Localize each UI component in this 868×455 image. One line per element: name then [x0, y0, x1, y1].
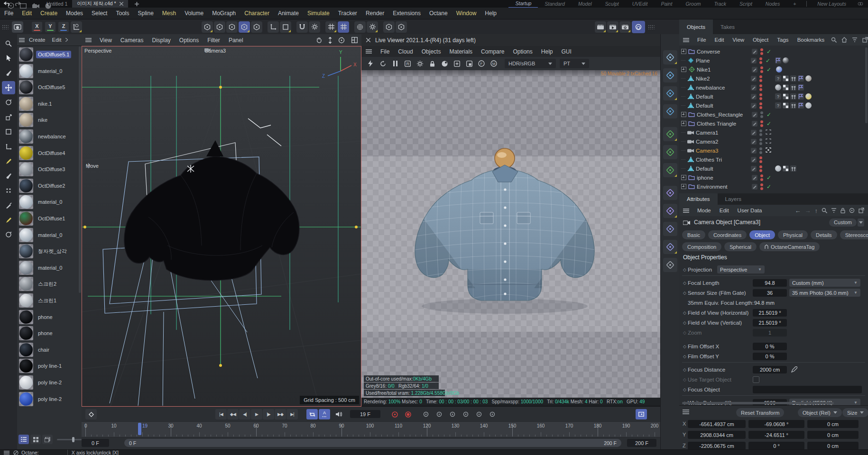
grid-snap-lock-button[interactable] [338, 21, 349, 33]
visibility-dot[interactable] [759, 88, 762, 91]
visibility-dot[interactable] [759, 147, 762, 150]
visibility-dots[interactable] [759, 156, 763, 163]
visibility-dot[interactable] [759, 138, 762, 141]
tab-objects[interactable]: Objects [679, 19, 713, 34]
compositing-tag[interactable] [798, 102, 804, 109]
layout-tab-model[interactable]: Model [572, 0, 599, 8]
visibility-dots[interactable] [759, 84, 763, 91]
viewport-menu-cameras[interactable]: Cameras [116, 37, 148, 44]
home-icon[interactable] [841, 37, 847, 43]
layout-tab-sculpt[interactable]: Sculpt [599, 0, 626, 8]
visibility-dot[interactable] [760, 52, 763, 55]
material-size-slider[interactable] [57, 439, 82, 440]
axis-modify-tool[interactable] [2, 140, 15, 153]
object-row[interactable]: Environment✓ [679, 182, 868, 191]
render-settings-button[interactable] [414, 58, 425, 69]
edit-toggle[interactable] [752, 67, 757, 73]
visibility-dots[interactable] [760, 66, 764, 73]
material-tag[interactable] [775, 84, 781, 91]
visibility-dot[interactable] [759, 84, 762, 87]
attr-tab-physical[interactable]: Physical [778, 230, 808, 239]
visibility-dot[interactable] [760, 115, 763, 118]
attr-tab-object[interactable]: Object [749, 230, 775, 239]
visibility-dot[interactable] [759, 79, 762, 82]
texture-tag[interactable] [783, 165, 789, 172]
nav-arrow-left[interactable]: ← [795, 207, 801, 214]
hamburger-icon[interactable] [683, 410, 689, 414]
rotation-x-field[interactable]: -69.0608 ° [748, 420, 804, 428]
toolbar-grip-right[interactable] [648, 25, 655, 29]
document-tab[interactable]: 이미지 제작.c4d * [72, 0, 128, 8]
material-item[interactable]: 청자켓_삼각 [19, 243, 79, 259]
object-row[interactable]: Camera1 [679, 128, 868, 137]
menu-spline[interactable]: Spline [133, 10, 157, 17]
close-icon[interactable] [120, 2, 123, 6]
menu-mograph[interactable]: MoGraph [208, 10, 240, 17]
objects-menu-view[interactable]: View [728, 37, 748, 43]
unit-dropdown[interactable]: Custom (mm)▼ [789, 279, 860, 287]
expand-toggle[interactable] [681, 49, 686, 54]
edit-toggle[interactable] [751, 148, 757, 154]
attr-tab-composition[interactable]: Composition [682, 242, 721, 251]
lock-resolution-button[interactable] [426, 58, 438, 69]
visibility-dot[interactable] [759, 133, 762, 136]
pen-tool[interactable] [2, 155, 15, 168]
normal-tag[interactable] [790, 75, 796, 82]
lv-menu-gui[interactable]: GUI [557, 48, 575, 55]
dolly-view-icon[interactable] [328, 37, 332, 44]
nav-arrow-up[interactable]: ↑ [815, 207, 818, 214]
attr-tab-details[interactable]: Details [811, 230, 837, 239]
menu-tools[interactable]: Tools [111, 10, 133, 17]
value-field[interactable]: 94.8 [753, 279, 787, 287]
search-icon[interactable] [822, 208, 827, 213]
hamburger-icon[interactable] [4, 451, 9, 455]
visibility-dot[interactable] [759, 156, 762, 159]
visibility-dots[interactable] [759, 138, 763, 145]
pick-material-button[interactable] [451, 58, 462, 69]
hamburger-icon[interactable] [19, 38, 25, 42]
display-mode-dropdown[interactable]: HDR/sRGB [505, 59, 556, 68]
unit-dropdown[interactable]: 35 mm Photo (36.0 mm)▼ [789, 289, 860, 297]
target-rings-button[interactable] [354, 21, 366, 33]
restart-render-button[interactable] [377, 58, 388, 69]
menu-character[interactable]: Character [240, 10, 274, 17]
hamburger-icon[interactable] [683, 38, 689, 42]
menu-render[interactable]: Render [361, 10, 388, 17]
phong-tag[interactable]: ? [775, 75, 781, 82]
edit-toggle[interactable] [751, 157, 757, 163]
region-render-button[interactable]: R [402, 58, 413, 69]
material-menu-create[interactable]: Create [27, 37, 48, 43]
background-toggle-button[interactable] [463, 58, 475, 69]
texture-mode-button[interactable] [226, 21, 238, 33]
texture-tag[interactable] [783, 93, 789, 100]
edit-toggle[interactable] [752, 121, 757, 127]
play-button[interactable]: ▶ [251, 409, 262, 419]
selection-brush-tool[interactable] [2, 66, 15, 80]
material-item[interactable]: 스크린2 [19, 276, 79, 292]
zoom-tool[interactable] [2, 37, 15, 50]
viewport-camera-label[interactable]: Camera3 [204, 48, 232, 54]
edit-toggle[interactable] [751, 76, 757, 82]
capsule-button[interactable] [663, 258, 677, 272]
visibility-dot[interactable] [759, 129, 762, 132]
material-item[interactable]: material_0 [19, 194, 79, 210]
value-field[interactable]: 21.5019 ° [753, 319, 787, 327]
edit-toggle[interactable] [751, 85, 757, 91]
material-item[interactable]: OctDiffuse4 [19, 145, 79, 161]
record-active-objects-button[interactable] [389, 409, 400, 419]
hamburger-icon[interactable] [683, 209, 689, 213]
knife-tool[interactable] [2, 199, 15, 212]
texture-tag[interactable] [783, 84, 789, 91]
object-row[interactable]: Default? [679, 92, 868, 101]
visibility-dot[interactable] [760, 178, 763, 181]
autokeying-button[interactable] [402, 409, 414, 419]
hex-auto-button[interactable] [396, 21, 407, 33]
visibility-dots[interactable] [760, 174, 764, 181]
viewport-nav-tile[interactable] [12, 21, 23, 33]
edit-toggle[interactable] [752, 49, 757, 55]
previous-frame-button[interactable]: ◀| [239, 409, 250, 419]
material-item[interactable]: phone [19, 325, 79, 341]
edit-toggle[interactable] [751, 139, 757, 145]
visibility-dots[interactable] [759, 147, 763, 154]
workplane-axis-button[interactable] [268, 21, 279, 33]
